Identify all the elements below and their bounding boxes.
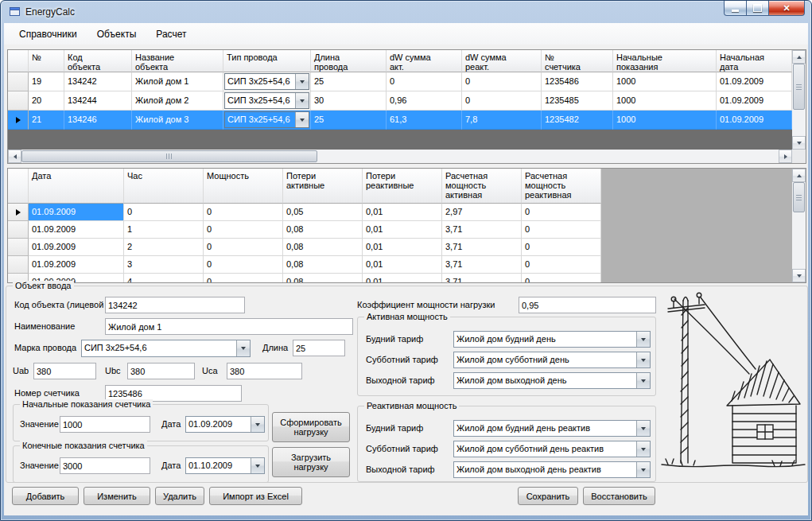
table-cell[interactable]: СИП 3х25+54,6 (223, 91, 311, 111)
table-cell[interactable]: 1235486 (542, 72, 613, 91)
table-cell[interactable]: 0 (462, 72, 542, 91)
table-cell[interactable]: 2,97 (442, 204, 522, 221)
table-cell[interactable]: 25 (311, 111, 387, 130)
table-cell[interactable]: 1235485 (542, 91, 613, 111)
column-header[interactable]: Название объекта (132, 50, 223, 72)
chevron-down-icon[interactable] (636, 332, 650, 347)
table-row[interactable]: 01.09.2009 3 0 0,08 0,01 3,71 0 (8, 256, 792, 274)
row-selector[interactable] (8, 239, 29, 256)
table-row[interactable]: 01.09.2009 1 0 0,08 0,01 3,71 0 (8, 221, 792, 239)
uca-input[interactable] (227, 363, 302, 379)
table-cell[interactable]: 3,71 (442, 274, 522, 282)
save-button[interactable]: Сохранить (518, 487, 578, 505)
table-cell[interactable]: 3,71 (442, 239, 522, 256)
table-cell[interactable]: 4 (124, 274, 204, 282)
wire-brand-combo[interactable]: СИП 3х25+54,6 (81, 340, 251, 357)
table-cell[interactable]: 01.09.2009 (29, 239, 124, 256)
column-header[interactable]: Тип провода (223, 50, 311, 72)
column-header[interactable]: Код объекта (64, 50, 132, 72)
weekday-tariff-reactive-combo[interactable]: Жилой дом будний день реактив (453, 420, 651, 437)
table-cell[interactable]: Жилой дом 1 (132, 72, 223, 91)
table-cell[interactable]: 0 (204, 239, 283, 256)
table-cell[interactable]: 1 (124, 221, 204, 239)
table-cell[interactable]: 19 (29, 72, 64, 91)
scroll-up-button[interactable] (792, 169, 806, 182)
chevron-down-icon[interactable] (251, 417, 264, 432)
row-selector[interactable] (8, 72, 29, 91)
row-selector[interactable] (8, 111, 29, 130)
column-header[interactable]: Час (124, 169, 204, 204)
saturday-tariff-combo[interactable]: Жилой дом субботний день (453, 352, 651, 368)
table-cell[interactable]: 0,08 (283, 239, 363, 256)
length-input[interactable] (293, 340, 345, 356)
close-button[interactable]: ✕ (769, 1, 805, 16)
restore-button[interactable]: Восстановить (583, 487, 655, 505)
column-header[interactable]: Потери реактивные (363, 169, 442, 204)
chevron-down-icon[interactable] (636, 421, 650, 436)
generate-load-button[interactable]: Сформировать нагрузку (272, 412, 350, 442)
table-cell[interactable]: 0,01 (363, 221, 442, 239)
column-header[interactable]: Мощность (204, 169, 283, 204)
table-row[interactable]: 20 134244 Жилой дом 2 СИП 3х25+54,6 30 0… (8, 91, 792, 111)
table-cell[interactable]: 0,01 (363, 274, 442, 282)
table-cell[interactable]: 0,01 (363, 204, 442, 221)
add-button[interactable]: Добавить (12, 487, 79, 505)
column-header[interactable]: Начальные показания (613, 50, 717, 72)
table-cell[interactable]: 134244 (64, 91, 132, 111)
table-cell[interactable]: 0 (204, 204, 283, 221)
initial-value-input[interactable] (60, 416, 150, 433)
table-cell[interactable]: 1235482 (542, 111, 613, 130)
scrollbar-thumb[interactable] (793, 182, 805, 212)
menu-item-calculation[interactable]: Расчет (147, 23, 195, 45)
table-cell[interactable]: 0 (522, 274, 601, 282)
table-cell[interactable]: Жилой дом 2 (132, 91, 223, 111)
chevron-down-icon[interactable] (636, 373, 650, 388)
table-cell[interactable]: 30 (311, 91, 387, 111)
table-cell-selected[interactable]: 01.09.2009 (29, 204, 124, 221)
table-cell[interactable]: 0,08 (283, 274, 363, 282)
table-cell[interactable]: 0 (387, 72, 462, 91)
scroll-down-button[interactable] (792, 136, 806, 150)
row-selector[interactable] (8, 204, 29, 221)
table-cell[interactable]: 20 (29, 91, 64, 111)
row-selector[interactable] (8, 221, 29, 239)
table-cell[interactable]: 1000 (613, 91, 717, 111)
column-header[interactable]: Длина провода (311, 50, 387, 72)
table-cell[interactable]: 0,96 (387, 91, 462, 111)
table-cell[interactable]: 3 (124, 256, 204, 274)
table-cell[interactable]: 21 (29, 111, 64, 130)
column-header[interactable]: Дата (29, 169, 124, 204)
wire-type-combo[interactable]: СИП 3х25+54,6 (224, 73, 309, 90)
table-cell[interactable]: СИП 3х25+54,6 (223, 72, 311, 91)
table-cell[interactable]: 0 (124, 204, 204, 221)
column-header[interactable]: Потери активные (283, 169, 363, 204)
table-row-selected[interactable]: 21 134246 Жилой дом 3 СИП 3х25+54,6 25 6… (8, 111, 792, 130)
vertical-scrollbar[interactable] (792, 169, 806, 282)
column-header[interactable]: dW сумма реакт. (462, 50, 542, 72)
scrollbar-thumb[interactable] (793, 64, 805, 110)
scroll-right-button[interactable] (779, 150, 792, 163)
table-row[interactable]: 19 134242 Жилой дом 1 СИП 3х25+54,6 25 0… (8, 72, 792, 91)
chevron-down-icon[interactable] (295, 93, 309, 108)
table-cell[interactable]: 01.09.2009 (717, 72, 792, 91)
column-header[interactable]: dW сумма акт. (387, 50, 462, 72)
table-cell[interactable]: 134242 (64, 72, 132, 91)
table-cell[interactable]: 7,8 (462, 111, 542, 130)
minimize-button[interactable] (724, 1, 747, 16)
import-excel-button[interactable]: Импорт из Excel (209, 487, 302, 505)
table-cell[interactable]: 0,08 (283, 221, 363, 239)
chevron-down-icon[interactable] (636, 441, 650, 457)
table-cell[interactable]: 25 (311, 72, 387, 91)
delete-button[interactable]: Удалить (155, 487, 204, 505)
chevron-down-icon[interactable] (636, 462, 650, 477)
edit-button[interactable]: Изменить (84, 487, 150, 505)
table-cell[interactable]: СИП 3х25+54,6 (223, 111, 311, 130)
chevron-down-icon[interactable] (295, 74, 309, 89)
table-cell[interactable]: 01.09.2009 (717, 111, 792, 130)
column-header[interactable]: Расчетная мощность активная (442, 169, 522, 204)
table-cell[interactable]: 0 (204, 256, 283, 274)
table-row[interactable]: 01.09.2009 2 0 0,08 0,01 3,71 0 (8, 239, 792, 256)
column-header[interactable]: № (29, 50, 64, 72)
dayoff-tariff-reactive-combo[interactable]: Жилой дом выходной день реактив (453, 461, 651, 478)
table-cell[interactable]: 1000 (613, 72, 717, 91)
